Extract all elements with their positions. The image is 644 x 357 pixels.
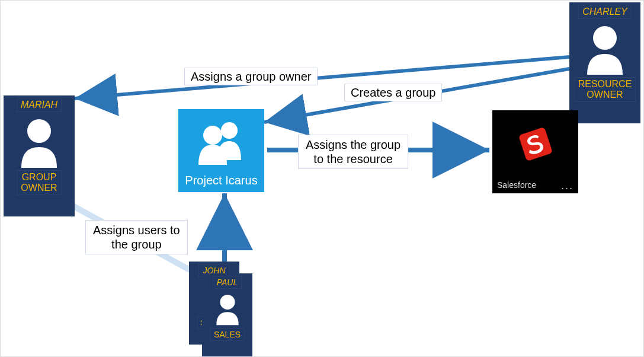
person-card-paul: PAUL SALES [202,273,252,356]
person-role-paul: SALES [210,328,245,341]
app-menu-dots[interactable]: ... [561,180,573,192]
diagram-canvas: Assigns a group owner Creates a group As… [0,0,644,357]
callout-assign-to-resource: Assigns the group to the resource [298,135,408,169]
person-card-mariah: MARIAH GROUP OWNER [4,95,75,216]
svg-point-6 [220,295,235,310]
user-icon [213,291,242,326]
svg-point-2 [221,122,238,139]
app-tile-salesforce: Salesforce ... [492,110,578,193]
callout-assign-users: Assigns users to the group [85,220,188,254]
callout-assign-owner: Assigns a group owner [184,68,318,85]
person-role-charley: RESOURCE OWNER [574,77,636,102]
person-name-mariah: MARIAH [17,98,62,112]
group-tile: Project Icarus [178,109,264,192]
person-role-mariah: GROUP OWNER [17,170,61,195]
callout-creates-group: Creates a group [344,84,442,101]
arrow-assign-owner [75,57,569,98]
group-icon [195,117,248,165]
person-name-paul: PAUL [213,276,242,289]
callout-assign-to-resource-l2: to the resource [313,152,392,165]
callout-assign-users-l1: Assigns users to [93,224,180,237]
app-label: Salesforce [497,180,536,190]
salesforce-icon [515,123,556,165]
callout-assign-users-l2: the group [111,238,162,251]
person-name-charley: CHARLEY [578,5,632,19]
svg-point-0 [593,26,617,50]
group-label: Project Icarus [178,174,264,187]
user-icon [15,114,63,168]
svg-point-1 [27,119,51,143]
person-card-charley: CHARLEY RESOURCE OWNER [569,2,640,123]
callout-assign-to-resource-l1: Assigns the group [306,138,401,151]
svg-point-3 [203,126,222,145]
user-icon [581,21,629,75]
